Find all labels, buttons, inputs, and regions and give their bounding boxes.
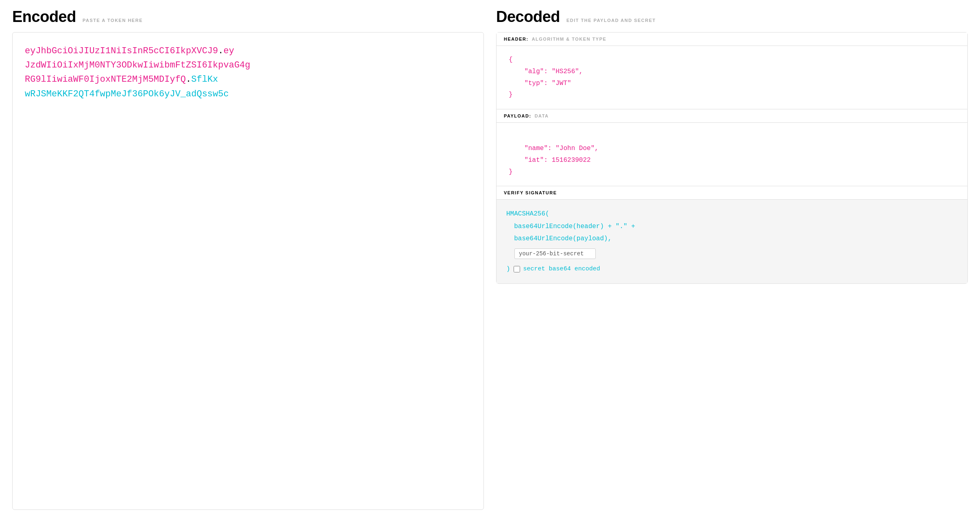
header-alg-key: "alg" — [524, 68, 544, 75]
payload-brace-close: } — [509, 168, 513, 176]
decoded-title: Decoded — [496, 8, 560, 26]
verify-func-name: HMACSHA256( — [506, 210, 549, 218]
verify-func-line: HMACSHA256( — [506, 208, 958, 220]
verify-content: HMACSHA256( base64UrlEncode(header) + ".… — [497, 200, 967, 283]
header-brace-open: { — [509, 56, 513, 63]
verify-line1: base64UrlEncode(header) + "." + — [506, 220, 958, 233]
encoded-box[interactable]: eyJhbGciOiJIUzI1NiIsInR5cCI6IkpXVCJ9.ey … — [12, 32, 484, 510]
token-part3-start: SflKx — [191, 74, 218, 85]
secret-input[interactable] — [514, 248, 596, 259]
header-label-bar: HEADER: ALGORITHM & TOKEN TYPE — [497, 33, 967, 46]
payload-iat-key: "iat" — [524, 157, 544, 164]
token-part2-start: ey — [223, 46, 234, 56]
encoded-subtitle: PASTE A TOKEN HERE — [83, 18, 143, 23]
header-typ-colon: : — [544, 80, 551, 87]
header-content[interactable]: { "alg": "HS256", "typ": "JWT" } — [497, 46, 967, 109]
header-alg-value: "HS256" — [552, 68, 579, 75]
close-paren: ) — [506, 263, 510, 275]
token-part2-end: RG9lIiwiaWF0IjoxNTE2MjM5MDIyfQ — [25, 74, 186, 85]
payload-label: PAYLOAD: — [504, 113, 531, 118]
token-dot-2: . — [186, 74, 191, 85]
token-part3-end: wRJSMeKKF2QT4fwpMeJf36POk6yJV_adQssw5c — [25, 89, 229, 99]
encoded-panel: Encoded PASTE A TOKEN HERE eyJhbGciOiJIU… — [12, 8, 484, 510]
payload-name-key: "name" — [524, 145, 548, 152]
payload-label-bar: PAYLOAD: DATA — [497, 109, 967, 123]
header-sublabel: ALGORITHM & TOKEN TYPE — [532, 37, 607, 41]
verify-line2: base64UrlEncode(payload), — [506, 233, 958, 245]
payload-sublabel: DATA — [535, 113, 549, 118]
payload-iat-value: 1516239022 — [552, 157, 591, 164]
payload-iat-colon: : — [544, 157, 551, 164]
header-typ-value: "JWT" — [552, 80, 571, 87]
token-part2-mid: JzdWIiOiIxMjM0NTY3ODkwIiwibmFtZSI6IkpvaG… — [25, 60, 250, 70]
verify-base64-header: base64UrlEncode(header) + "." + — [514, 223, 635, 230]
verify-label-bar: VERIFY SIGNATURE — [497, 186, 967, 200]
token-dot-1: . — [218, 46, 223, 56]
payload-name-value: "John Doe" — [555, 145, 595, 152]
header-label: HEADER: — [504, 37, 529, 41]
payload-name-colon: : — [548, 145, 555, 152]
header-alg-comma: , — [579, 68, 583, 75]
verify-section: VERIFY SIGNATURE HMACSHA256( base64UrlEn… — [496, 186, 968, 284]
verify-secret-line — [514, 248, 958, 260]
base64-checkbox[interactable] — [514, 266, 520, 272]
encoded-title: Encoded — [12, 8, 76, 26]
encoded-text: eyJhbGciOiJIUzI1NiIsInR5cCI6IkpXVCJ9.ey … — [25, 44, 471, 101]
encoded-header: Encoded PASTE A TOKEN HERE — [12, 8, 484, 26]
header-typ-key: "typ" — [524, 80, 544, 87]
header-section: HEADER: ALGORITHM & TOKEN TYPE { "alg": … — [496, 32, 968, 109]
header-alg-colon: : — [544, 68, 551, 75]
payload-name-comma: , — [595, 145, 599, 152]
decoded-header: Decoded EDIT THE PAYLOAD AND SECRET — [496, 8, 968, 26]
header-brace-close: } — [509, 91, 513, 98]
payload-content[interactable]: "name": "John Doe", "iat": 1516239022 } — [497, 123, 967, 186]
checkbox-label: secret base64 encoded — [523, 263, 600, 275]
token-part1: eyJhbGciOiJIUzI1NiIsInR5cCI6IkpXVCJ9 — [25, 46, 218, 56]
payload-json: "name": "John Doe", "iat": 1516239022 } — [509, 131, 955, 178]
checkbox-row: ) secret base64 encoded — [506, 263, 958, 275]
decoded-panel: Decoded EDIT THE PAYLOAD AND SECRET HEAD… — [496, 8, 968, 510]
payload-section: PAYLOAD: DATA "name": "John Doe", "iat":… — [496, 109, 968, 186]
verify-base64-payload: base64UrlEncode(payload), — [514, 235, 612, 242]
verify-label: VERIFY SIGNATURE — [504, 190, 557, 195]
decoded-subtitle: EDIT THE PAYLOAD AND SECRET — [566, 18, 656, 23]
header-json: { "alg": "HS256", "typ": "JWT" } — [509, 54, 955, 101]
